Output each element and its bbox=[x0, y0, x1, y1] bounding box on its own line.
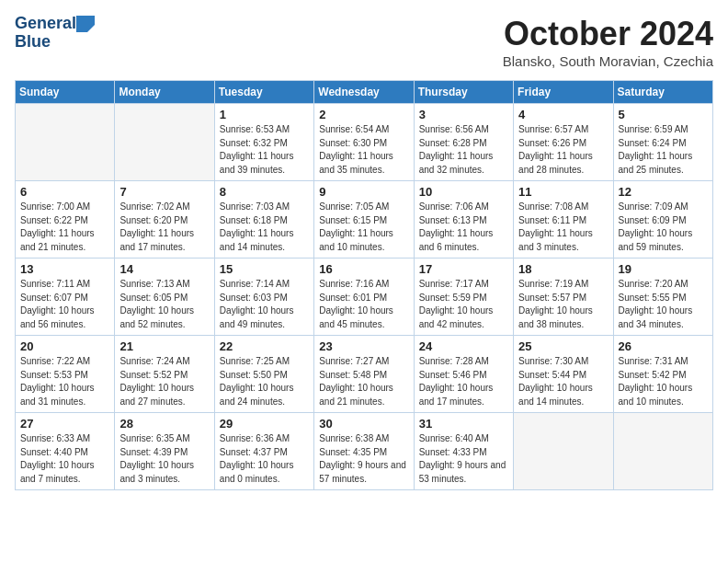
calendar-cell: 17Sunrise: 7:17 AM Sunset: 5:59 PM Dayli… bbox=[414, 259, 513, 336]
day-number: 4 bbox=[518, 108, 608, 121]
calendar-cell: 11Sunrise: 7:08 AM Sunset: 6:11 PM Dayli… bbox=[514, 181, 613, 259]
day-info: Sunrise: 7:20 AM Sunset: 5:55 PM Dayligh… bbox=[619, 278, 708, 331]
calendar-cell: 24Sunrise: 7:28 AM Sunset: 5:46 PM Dayli… bbox=[414, 336, 513, 413]
day-number: 9 bbox=[319, 185, 408, 199]
day-number: 6 bbox=[20, 185, 109, 199]
calendar-cell: 7Sunrise: 7:02 AM Sunset: 6:20 PM Daylig… bbox=[115, 181, 214, 259]
calendar-cell: 12Sunrise: 7:09 AM Sunset: 6:09 PM Dayli… bbox=[613, 181, 712, 259]
col-header-friday: Friday bbox=[514, 81, 613, 104]
calendar-cell: 10Sunrise: 7:06 AM Sunset: 6:13 PM Dayli… bbox=[414, 181, 513, 259]
day-info: Sunrise: 7:13 AM Sunset: 6:05 PM Dayligh… bbox=[119, 278, 209, 331]
day-number: 22 bbox=[220, 339, 309, 353]
day-number: 18 bbox=[518, 262, 608, 276]
week-row-5: 27Sunrise: 6:33 AM Sunset: 4:40 PM Dayli… bbox=[16, 413, 713, 490]
calendar-cell bbox=[16, 104, 115, 181]
calendar-cell: 16Sunrise: 7:16 AM Sunset: 6:01 PM Dayli… bbox=[314, 259, 414, 336]
day-number: 15 bbox=[220, 262, 309, 276]
day-number: 13 bbox=[20, 262, 109, 276]
day-info: Sunrise: 6:54 AM Sunset: 6:30 PM Dayligh… bbox=[319, 123, 408, 177]
day-number: 1 bbox=[220, 108, 309, 121]
calendar-cell: 5Sunrise: 6:59 AM Sunset: 6:24 PM Daylig… bbox=[613, 104, 712, 181]
calendar-cell: 30Sunrise: 6:38 AM Sunset: 4:35 PM Dayli… bbox=[314, 413, 414, 490]
col-header-thursday: Thursday bbox=[414, 81, 513, 104]
day-info: Sunrise: 6:35 AM Sunset: 4:39 PM Dayligh… bbox=[119, 432, 209, 486]
day-info: Sunrise: 7:17 AM Sunset: 5:59 PM Dayligh… bbox=[419, 278, 508, 331]
day-info: Sunrise: 7:02 AM Sunset: 6:20 PM Dayligh… bbox=[119, 201, 209, 254]
day-info: Sunrise: 6:56 AM Sunset: 6:28 PM Dayligh… bbox=[419, 123, 508, 177]
day-number: 29 bbox=[220, 417, 309, 431]
day-number: 10 bbox=[419, 185, 508, 199]
day-info: Sunrise: 7:08 AM Sunset: 6:11 PM Dayligh… bbox=[518, 201, 608, 254]
day-info: Sunrise: 7:14 AM Sunset: 6:03 PM Dayligh… bbox=[220, 278, 309, 331]
calendar-cell: 8Sunrise: 7:03 AM Sunset: 6:18 PM Daylig… bbox=[214, 181, 313, 259]
day-info: Sunrise: 7:24 AM Sunset: 5:52 PM Dayligh… bbox=[119, 355, 209, 408]
calendar-cell: 29Sunrise: 6:36 AM Sunset: 4:37 PM Dayli… bbox=[214, 413, 313, 490]
day-info: Sunrise: 6:40 AM Sunset: 4:33 PM Dayligh… bbox=[419, 432, 508, 486]
calendar-cell bbox=[613, 413, 712, 490]
day-info: Sunrise: 7:22 AM Sunset: 5:53 PM Dayligh… bbox=[20, 355, 109, 408]
svg-marker-0 bbox=[76, 16, 95, 32]
calendar-cell: 28Sunrise: 6:35 AM Sunset: 4:39 PM Dayli… bbox=[115, 413, 214, 490]
day-number: 19 bbox=[619, 262, 708, 276]
calendar-cell: 19Sunrise: 7:20 AM Sunset: 5:55 PM Dayli… bbox=[613, 259, 712, 336]
day-number: 23 bbox=[319, 339, 408, 353]
calendar-cell bbox=[514, 413, 613, 490]
calendar-cell: 22Sunrise: 7:25 AM Sunset: 5:50 PM Dayli… bbox=[214, 336, 313, 413]
day-info: Sunrise: 6:53 AM Sunset: 6:32 PM Dayligh… bbox=[220, 123, 309, 177]
day-info: Sunrise: 7:09 AM Sunset: 6:09 PM Dayligh… bbox=[619, 201, 708, 254]
day-info: Sunrise: 6:38 AM Sunset: 4:35 PM Dayligh… bbox=[319, 432, 408, 486]
day-number: 17 bbox=[419, 262, 508, 276]
month-title: October 2024 bbox=[503, 15, 713, 53]
week-row-2: 6Sunrise: 7:00 AM Sunset: 6:22 PM Daylig… bbox=[16, 181, 713, 259]
day-info: Sunrise: 7:25 AM Sunset: 5:50 PM Dayligh… bbox=[220, 355, 309, 408]
logo-icon bbox=[76, 16, 95, 32]
day-number: 25 bbox=[518, 339, 608, 353]
day-number: 27 bbox=[20, 417, 109, 431]
day-info: Sunrise: 7:16 AM Sunset: 6:01 PM Dayligh… bbox=[319, 278, 408, 331]
day-info: Sunrise: 7:27 AM Sunset: 5:48 PM Dayligh… bbox=[319, 355, 408, 408]
calendar-cell: 15Sunrise: 7:14 AM Sunset: 6:03 PM Dayli… bbox=[214, 259, 313, 336]
week-row-3: 13Sunrise: 7:11 AM Sunset: 6:07 PM Dayli… bbox=[16, 259, 713, 336]
day-number: 3 bbox=[419, 108, 508, 121]
day-number: 31 bbox=[419, 417, 508, 431]
calendar-cell: 3Sunrise: 6:56 AM Sunset: 6:28 PM Daylig… bbox=[414, 104, 513, 181]
day-info: Sunrise: 7:19 AM Sunset: 5:57 PM Dayligh… bbox=[518, 278, 608, 331]
calendar-cell: 6Sunrise: 7:00 AM Sunset: 6:22 PM Daylig… bbox=[16, 181, 115, 259]
col-header-monday: Monday bbox=[115, 81, 214, 104]
day-info: Sunrise: 7:28 AM Sunset: 5:46 PM Dayligh… bbox=[419, 355, 508, 408]
calendar-cell: 20Sunrise: 7:22 AM Sunset: 5:53 PM Dayli… bbox=[16, 336, 115, 413]
day-info: Sunrise: 7:31 AM Sunset: 5:42 PM Dayligh… bbox=[619, 355, 708, 408]
logo: General Blue bbox=[15, 15, 95, 52]
day-number: 16 bbox=[319, 262, 408, 276]
day-number: 8 bbox=[220, 185, 309, 199]
calendar-cell: 23Sunrise: 7:27 AM Sunset: 5:48 PM Dayli… bbox=[314, 336, 414, 413]
day-number: 14 bbox=[119, 262, 209, 276]
logo-blue: Blue bbox=[15, 33, 51, 52]
day-info: Sunrise: 6:36 AM Sunset: 4:37 PM Dayligh… bbox=[220, 432, 309, 486]
day-info: Sunrise: 7:30 AM Sunset: 5:44 PM Dayligh… bbox=[518, 355, 608, 408]
week-row-4: 20Sunrise: 7:22 AM Sunset: 5:53 PM Dayli… bbox=[16, 336, 713, 413]
calendar-cell: 14Sunrise: 7:13 AM Sunset: 6:05 PM Dayli… bbox=[115, 259, 214, 336]
header: General Blue October 2024 Blansko, South… bbox=[15, 15, 713, 69]
calendar-cell: 1Sunrise: 6:53 AM Sunset: 6:32 PM Daylig… bbox=[214, 104, 313, 181]
header-row: SundayMondayTuesdayWednesdayThursdayFrid… bbox=[16, 81, 713, 104]
day-info: Sunrise: 7:03 AM Sunset: 6:18 PM Dayligh… bbox=[220, 201, 309, 254]
day-info: Sunrise: 7:11 AM Sunset: 6:07 PM Dayligh… bbox=[20, 278, 109, 331]
week-row-1: 1Sunrise: 6:53 AM Sunset: 6:32 PM Daylig… bbox=[16, 104, 713, 181]
calendar-cell: 31Sunrise: 6:40 AM Sunset: 4:33 PM Dayli… bbox=[414, 413, 513, 490]
title-area: October 2024 Blansko, South Moravian, Cz… bbox=[503, 15, 713, 69]
day-info: Sunrise: 6:59 AM Sunset: 6:24 PM Dayligh… bbox=[619, 123, 708, 177]
calendar-cell: 2Sunrise: 6:54 AM Sunset: 6:30 PM Daylig… bbox=[314, 104, 414, 181]
calendar-cell: 13Sunrise: 7:11 AM Sunset: 6:07 PM Dayli… bbox=[16, 259, 115, 336]
day-number: 11 bbox=[518, 185, 608, 199]
day-info: Sunrise: 6:57 AM Sunset: 6:26 PM Dayligh… bbox=[518, 123, 608, 177]
calendar-cell: 4Sunrise: 6:57 AM Sunset: 6:26 PM Daylig… bbox=[514, 104, 613, 181]
day-number: 28 bbox=[119, 417, 209, 431]
calendar-cell: 9Sunrise: 7:05 AM Sunset: 6:15 PM Daylig… bbox=[314, 181, 414, 259]
col-header-saturday: Saturday bbox=[613, 81, 712, 104]
calendar-cell: 18Sunrise: 7:19 AM Sunset: 5:57 PM Dayli… bbox=[514, 259, 613, 336]
calendar-cell: 27Sunrise: 6:33 AM Sunset: 4:40 PM Dayli… bbox=[16, 413, 115, 490]
day-info: Sunrise: 7:06 AM Sunset: 6:13 PM Dayligh… bbox=[419, 201, 508, 254]
calendar-cell bbox=[115, 104, 214, 181]
calendar-cell: 21Sunrise: 7:24 AM Sunset: 5:52 PM Dayli… bbox=[115, 336, 214, 413]
